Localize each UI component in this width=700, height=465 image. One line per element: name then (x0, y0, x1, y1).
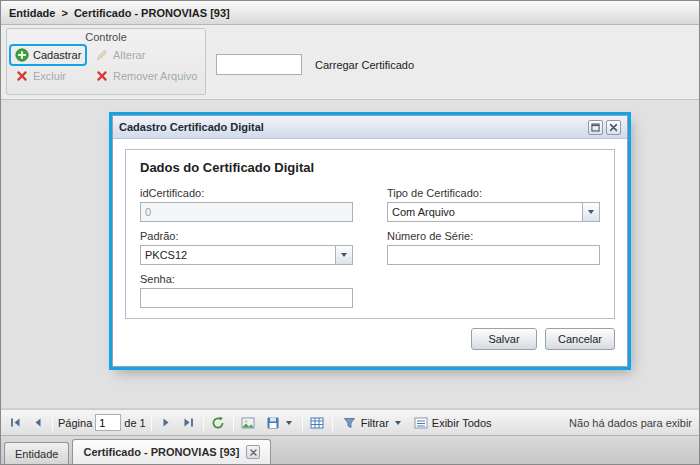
dialog-tools (588, 120, 621, 135)
breadcrumb: Entidade > Certificado - PRONOVIAS [93] (1, 1, 699, 25)
field-numero-serie: Número de Série: (387, 230, 600, 265)
senha-input[interactable] (140, 288, 353, 308)
chevron-down-icon (341, 253, 347, 257)
tipo-certificado-input[interactable] (387, 202, 600, 222)
dialog-body: Dados do Certificado Digital idCertifica… (113, 139, 627, 319)
breadcrumb-current: Certificado - PRONOVIAS [93] (74, 7, 230, 19)
tab-certificado-pronovias[interactable]: Certificado - PRONOVIAS [93] (72, 439, 271, 464)
next-page-icon (160, 416, 173, 429)
toolbar-separator (203, 415, 204, 431)
idcertificado-input (140, 202, 353, 222)
dialog-footer: Salvar Cancelar (113, 319, 627, 359)
export-menu-button[interactable] (261, 414, 297, 432)
numero-serie-input[interactable] (387, 245, 600, 265)
toolbar: Controle Cadastrar Alterar (1, 25, 699, 100)
remover-arquivo-button[interactable]: Remover Arquivo (91, 67, 201, 85)
form-grid: idCertificado: Tipo de Certificado: (140, 187, 600, 308)
alterar-button-label: Alterar (113, 49, 145, 61)
field-senha: Senha: (140, 273, 353, 308)
toolbar-separator (233, 415, 234, 431)
maximize-button[interactable] (588, 120, 603, 135)
tipo-certificado-dropdown-trigger[interactable] (582, 203, 599, 221)
toolbar-separator (151, 415, 152, 431)
form-section-title: Dados do Certificado Digital (140, 160, 600, 175)
dialog-title: Cadastro Certificado Digital (119, 121, 264, 133)
field-idcertificado: idCertificado: (140, 187, 353, 222)
export-image-icon (241, 416, 255, 430)
exibir-todos-button[interactable]: Exibir Todos (409, 414, 497, 432)
first-page-icon (9, 416, 22, 429)
remover-arquivo-button-label: Remover Arquivo (113, 70, 197, 82)
previous-page-icon (31, 416, 44, 429)
next-page-button[interactable] (157, 413, 176, 432)
tab-entidade[interactable]: Entidade (4, 442, 69, 464)
padrao-input[interactable] (140, 245, 353, 265)
carregar-certificado-label: Carregar Certificado (315, 59, 414, 71)
tipo-certificado-combobox[interactable] (387, 202, 600, 222)
senha-label: Senha: (140, 273, 353, 285)
chevron-down-icon (286, 421, 292, 425)
toolbar-separator (302, 415, 303, 431)
close-icon (250, 449, 257, 456)
previous-page-button[interactable] (28, 413, 47, 432)
numero-serie-label: Número de Série: (387, 230, 600, 242)
grid-columns-button[interactable] (308, 413, 327, 432)
page-number-input[interactable] (95, 414, 121, 431)
cadastro-certificado-dialog: Cadastro Certificado Digital Dados do Ce… (112, 115, 628, 367)
tab-entidade-label: Entidade (15, 448, 58, 460)
bottom-tab-bar: Entidade Certificado - PRONOVIAS [93] (1, 436, 699, 464)
last-page-button[interactable] (179, 413, 198, 432)
breadcrumb-separator: > (61, 7, 67, 19)
controle-button-group: Controle Cadastrar Alterar (6, 28, 206, 95)
chevron-down-icon (588, 210, 594, 214)
first-page-button[interactable] (6, 413, 25, 432)
alterar-button[interactable]: Alterar (91, 46, 149, 64)
delete-icon (15, 69, 29, 83)
cancelar-button[interactable]: Cancelar (545, 328, 615, 350)
edit-icon (95, 48, 109, 62)
controle-group-title: Controle (7, 29, 205, 45)
add-icon (15, 48, 29, 62)
padrao-dropdown-trigger[interactable] (335, 246, 352, 264)
grid-icon (310, 416, 324, 430)
field-empty (387, 273, 600, 308)
tab-certificado-label: Certificado - PRONOVIAS [93] (83, 446, 239, 458)
content-area: Cadastro Certificado Digital Dados do Ce… (1, 100, 699, 409)
last-page-icon (182, 416, 195, 429)
controle-buttons: Cadastrar Alterar Excluir (7, 45, 205, 85)
tipo-certificado-label: Tipo de Certificado: (387, 187, 600, 199)
export-menu-icon (266, 416, 280, 430)
remove-file-icon (95, 69, 109, 83)
filtrar-button-label: Filtrar (361, 417, 389, 429)
dialog-header[interactable]: Cadastro Certificado Digital (113, 116, 627, 139)
padrao-combobox[interactable] (140, 245, 353, 265)
filtrar-button[interactable]: Filtrar (338, 414, 406, 432)
toolbar-separator (332, 415, 333, 431)
excluir-button[interactable]: Excluir (11, 67, 70, 85)
export-image-button[interactable] (239, 413, 258, 432)
filter-icon (343, 416, 357, 430)
maximize-icon (591, 123, 600, 132)
salvar-button[interactable]: Salvar (471, 328, 537, 350)
page-count-label: de 1 (124, 417, 145, 429)
refresh-button[interactable] (209, 413, 228, 432)
idcertificado-label: idCertificado: (140, 187, 353, 199)
field-padrao: Padrão: (140, 230, 353, 265)
paging-toolbar: Página de 1 Filtrar (1, 409, 699, 436)
show-all-icon (414, 416, 428, 430)
field-tipo-certificado: Tipo de Certificado: (387, 187, 600, 222)
refresh-icon (211, 416, 225, 430)
carregar-certificado-input[interactable] (216, 54, 302, 75)
toolbar-separator (52, 415, 53, 431)
cadastrar-button-label: Cadastrar (33, 49, 81, 61)
close-icon (609, 123, 618, 132)
close-button[interactable] (606, 120, 621, 135)
exibir-todos-button-label: Exibir Todos (432, 417, 492, 429)
breadcrumb-entidade[interactable]: Entidade (9, 7, 55, 19)
page-label: Página (58, 417, 92, 429)
certificado-form-panel: Dados do Certificado Digital idCertifica… (125, 149, 615, 319)
tab-close-button[interactable] (246, 445, 260, 459)
status-text: Não há dados para exibir (569, 417, 694, 429)
cadastrar-button[interactable]: Cadastrar (11, 46, 85, 64)
application-window: Entidade > Certificado - PRONOVIAS [93] … (0, 0, 700, 465)
